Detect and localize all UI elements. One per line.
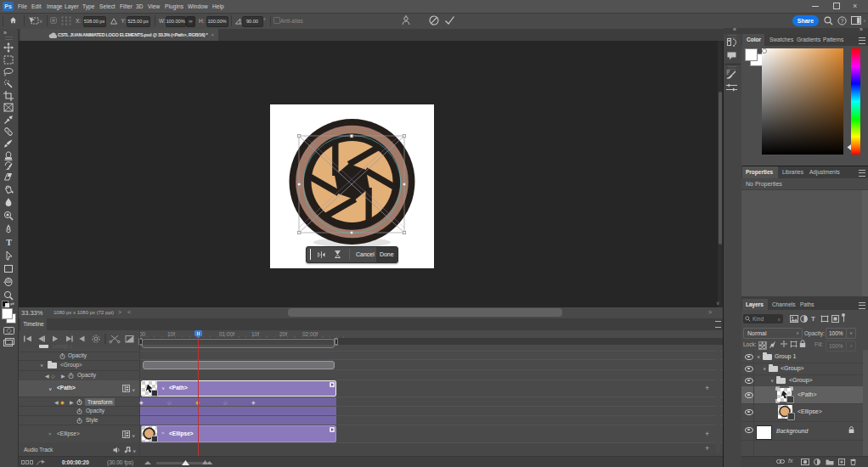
svg-text:?: ? <box>841 18 844 24</box>
